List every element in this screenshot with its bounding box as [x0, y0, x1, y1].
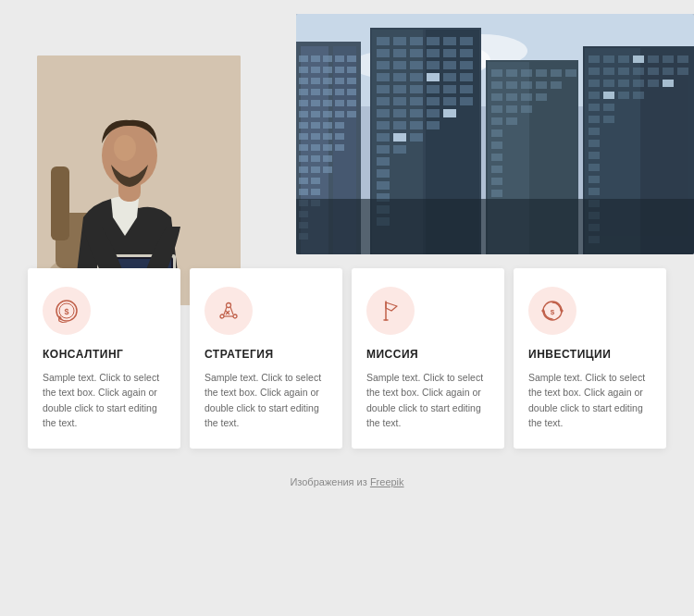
- svg-rect-183: [648, 68, 659, 75]
- svg-rect-95: [377, 61, 390, 69]
- svg-rect-105: [443, 73, 456, 81]
- svg-rect-89: [377, 49, 390, 57]
- card-text-strategy: Sample text. Click to select the text bo…: [204, 370, 328, 430]
- svg-rect-114: [393, 97, 406, 105]
- svg-rect-166: [491, 154, 502, 161]
- svg-rect-164: [491, 129, 502, 137]
- svg-rect-45: [323, 100, 332, 106]
- card-text-mission: Sample text. Click to select the text bo…: [366, 370, 490, 430]
- svg-rect-65: [299, 155, 308, 162]
- svg-rect-200: [589, 128, 600, 135]
- svg-rect-192: [589, 92, 600, 99]
- svg-rect-102: [393, 73, 406, 81]
- svg-rect-125: [393, 121, 406, 129]
- svg-rect-127: [427, 121, 440, 129]
- card-mission[interactable]: МИССИЯ Sample text. Click to select the …: [352, 268, 504, 449]
- svg-rect-111: [443, 85, 456, 93]
- svg-rect-198: [589, 116, 600, 123]
- svg-rect-145: [506, 69, 517, 77]
- card-investment[interactable]: $ ИНВЕСТИЦИИ Sample text. Click to selec…: [514, 268, 666, 449]
- svg-rect-176: [648, 55, 659, 63]
- svg-rect-38: [299, 89, 308, 95]
- svg-rect-47: [347, 100, 356, 106]
- svg-rect-116: [427, 97, 440, 105]
- svg-rect-86: [427, 37, 440, 45]
- footer-link[interactable]: Freepik: [370, 476, 404, 487]
- svg-rect-44: [311, 100, 320, 106]
- svg-rect-203: [589, 164, 600, 171]
- svg-rect-152: [521, 81, 532, 89]
- svg-rect-53: [299, 122, 308, 129]
- svg-rect-187: [603, 80, 614, 87]
- svg-rect-46: [335, 100, 344, 106]
- svg-rect-201: [589, 140, 600, 147]
- svg-rect-69: [311, 166, 320, 173]
- svg-rect-122: [427, 109, 440, 117]
- svg-rect-180: [603, 68, 614, 75]
- svg-rect-163: [506, 117, 517, 125]
- svg-rect-148: [551, 69, 562, 77]
- card-title-mission: МИССИЯ: [366, 348, 490, 361]
- svg-rect-149: [565, 69, 576, 77]
- svg-rect-99: [443, 61, 456, 69]
- svg-rect-101: [377, 73, 390, 81]
- card-icon-mission: [366, 287, 415, 335]
- svg-rect-177: [663, 55, 674, 63]
- svg-rect-144: [491, 69, 502, 77]
- svg-rect-197: [603, 104, 614, 111]
- cards-section: $ КОНСАЛТИНГ Sample text. Click to selec…: [0, 268, 694, 467]
- card-strategy[interactable]: СТРАТЕГИЯ Sample text. Click to select t…: [190, 268, 342, 449]
- svg-rect-107: [377, 85, 390, 93]
- svg-rect-43: [299, 100, 308, 106]
- svg-rect-84: [393, 37, 406, 45]
- svg-rect-68: [299, 166, 308, 173]
- svg-rect-72: [311, 178, 320, 184]
- svg-rect-103: [410, 73, 423, 81]
- svg-rect-34: [311, 78, 320, 84]
- svg-rect-115: [410, 97, 423, 105]
- svg-point-218: [227, 303, 231, 308]
- svg-rect-74: [311, 189, 320, 195]
- svg-point-219: [220, 314, 224, 318]
- svg-rect-83: [377, 37, 390, 45]
- svg-rect-52: [347, 111, 356, 117]
- svg-rect-153: [536, 81, 547, 89]
- svg-rect-140: [443, 109, 456, 117]
- svg-rect-110: [427, 85, 440, 93]
- svg-rect-88: [460, 37, 473, 45]
- svg-rect-5: [51, 166, 69, 240]
- svg-rect-185: [677, 68, 688, 75]
- svg-rect-100: [460, 61, 473, 69]
- svg-rect-159: [491, 105, 502, 113]
- svg-rect-54: [311, 122, 320, 129]
- footer-label: Изображения из: [290, 476, 366, 487]
- svg-rect-42: [347, 89, 356, 95]
- svg-rect-112: [460, 85, 473, 93]
- svg-rect-91: [410, 49, 423, 57]
- svg-rect-97: [410, 61, 423, 69]
- svg-rect-141: [393, 133, 406, 142]
- svg-rect-37: [347, 78, 356, 84]
- svg-rect-121: [410, 109, 423, 117]
- svg-rect-119: [377, 109, 390, 117]
- svg-rect-87: [443, 37, 456, 45]
- svg-rect-90: [393, 49, 406, 57]
- card-consulting[interactable]: $ КОНСАЛТИНГ Sample text. Click to selec…: [28, 268, 180, 449]
- svg-rect-190: [648, 80, 659, 87]
- svg-text:$: $: [551, 308, 555, 316]
- svg-rect-150: [491, 81, 502, 89]
- svg-rect-157: [521, 93, 532, 101]
- svg-rect-30: [323, 67, 332, 73]
- svg-rect-94: [460, 49, 473, 57]
- svg-rect-196: [589, 104, 600, 111]
- svg-rect-56: [335, 122, 344, 129]
- svg-rect-199: [603, 116, 614, 123]
- svg-rect-113: [377, 97, 390, 105]
- svg-rect-124: [377, 121, 390, 129]
- svg-rect-169: [491, 190, 502, 197]
- svg-rect-108: [393, 85, 406, 93]
- buildings-image: [296, 14, 694, 254]
- svg-rect-41: [335, 89, 344, 95]
- footer: Изображения из Freepik: [0, 467, 694, 502]
- svg-rect-155: [491, 93, 502, 101]
